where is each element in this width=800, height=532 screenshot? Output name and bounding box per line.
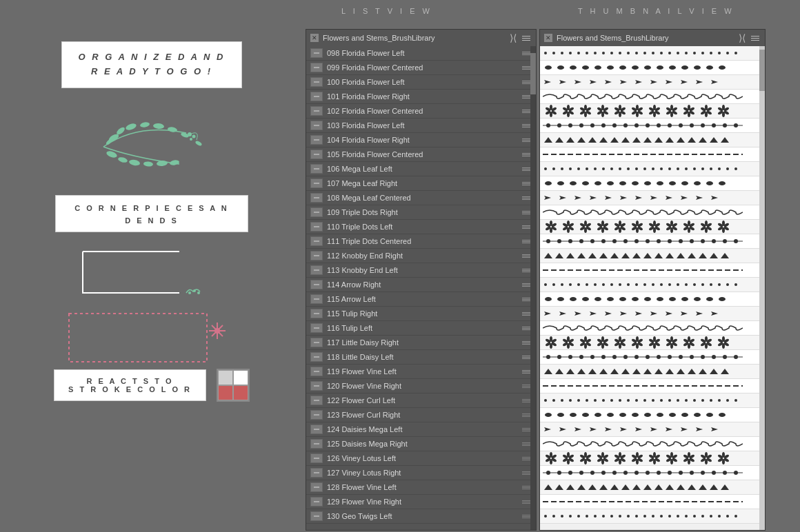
thumb-cell: [543, 220, 762, 234]
brush-list-item[interactable]: 099 Florida Flower Centered: [306, 61, 536, 75]
brush-list-item[interactable]: 128 Flower Vine Left: [306, 480, 536, 495]
svg-point-567: [634, 471, 639, 475]
thumb-row[interactable]: [540, 234, 765, 249]
brush-list-item[interactable]: 107 Mega Leaf Right: [306, 176, 536, 191]
brush-list-item[interactable]: 106 Mega Leaf Left: [306, 162, 536, 176]
svg-point-562: [579, 471, 583, 475]
thumb-row[interactable]: [540, 133, 765, 147]
thumb-row[interactable]: [540, 147, 765, 162]
list-panel-menu-button[interactable]: [521, 34, 532, 42]
brush-list-item[interactable]: 101 Florida Flower Right: [306, 90, 536, 104]
thumb-row[interactable]: [540, 61, 765, 75]
thumb-row[interactable]: [540, 75, 765, 90]
thumb-row[interactable]: [540, 466, 765, 480]
brush-list-item[interactable]: 108 Mega Leaf Centered: [306, 191, 536, 205]
thumb-row[interactable]: [540, 321, 765, 336]
brush-list-item[interactable]: 098 Florida Flower Left: [306, 46, 536, 61]
thumb-panel-expand-button[interactable]: ⟩⟨: [737, 32, 747, 43]
brush-list-item[interactable]: 125 Daisies Mega Right: [306, 437, 536, 451]
brush-list-item[interactable]: 116 Tulip Left: [306, 321, 536, 336]
thumb-row[interactable]: [540, 162, 765, 176]
list-scrollbar-thumb[interactable]: [530, 53, 536, 94]
brush-list-item[interactable]: 123 Flower Curl Right: [306, 408, 536, 422]
thumb-row[interactable]: [540, 263, 765, 278]
brush-list-item[interactable]: 103 Florida Flower Left: [306, 119, 536, 133]
brush-list-item[interactable]: 111 Triple Dots Centered: [306, 234, 536, 249]
thumb-cell: [543, 509, 762, 523]
thumb-panel-menu-button[interactable]: [750, 34, 761, 42]
thumb-row[interactable]: [540, 220, 765, 234]
brush-list-item[interactable]: 126 Viney Lotus Left: [306, 451, 536, 466]
svg-point-277: [568, 239, 572, 243]
thumb-row[interactable]: [540, 307, 765, 321]
brush-list-item[interactable]: 110 Triple Dots Left: [306, 220, 536, 234]
thumb-panel-close-button[interactable]: ✕: [544, 34, 552, 42]
svg-point-488: [681, 413, 688, 417]
thumb-cell: [543, 437, 762, 451]
brush-item-name: 103 Florida Flower Left: [327, 121, 522, 130]
svg-point-48: [718, 52, 721, 54]
brush-item-name: 115 Tulip Right: [327, 309, 522, 318]
thumb-row[interactable]: [540, 205, 765, 220]
thumb-row[interactable]: [540, 422, 765, 437]
thumb-row[interactable]: [540, 509, 765, 524]
brush-list-item[interactable]: 113 Knobby End Left: [306, 263, 536, 278]
color-swatch[interactable]: [217, 369, 250, 402]
brush-list-item[interactable]: 100 Florida Flower Left: [306, 75, 536, 90]
brush-list-item[interactable]: 105 Florida Flower Centered: [306, 147, 536, 162]
brush-list-item[interactable]: 109 Triple Dots Right: [306, 205, 536, 220]
brush-list-item[interactable]: 118 Little Daisy Left: [306, 350, 536, 365]
thumb-row[interactable]: [540, 365, 765, 379]
brush-list-item[interactable]: 104 Florida Flower Right: [306, 133, 536, 147]
svg-point-139: [612, 123, 617, 127]
brush-list-item[interactable]: 119 Flower Vine Left: [306, 365, 536, 379]
brush-item-name: 107 Mega Leaf Right: [327, 179, 522, 187]
svg-point-149: [723, 123, 727, 127]
brush-list-item[interactable]: 115 Tulip Right: [306, 307, 536, 321]
svg-rect-21: [69, 314, 207, 362]
thumb-row[interactable]: [540, 451, 765, 466]
thumb-row[interactable]: [540, 191, 765, 205]
thumb-row[interactable]: [540, 393, 765, 408]
svg-point-275: [546, 239, 550, 243]
thumb-row[interactable]: [540, 278, 765, 292]
thumb-row[interactable]: [540, 104, 765, 119]
thumb-row[interactable]: [540, 336, 765, 350]
brush-list-item[interactable]: 102 Florida Flower Centered: [306, 104, 536, 119]
list-scrollbar-track[interactable]: [530, 46, 536, 530]
svg-point-38: [635, 52, 638, 54]
brush-list-item[interactable]: 130 Geo Twigs Left: [306, 509, 536, 524]
list-panel-expand-button[interactable]: ⟩⟨: [508, 32, 518, 43]
thumb-row[interactable]: [540, 408, 765, 422]
svg-point-616: [718, 515, 721, 518]
brush-list-item[interactable]: 115 Arrow Left: [306, 292, 536, 307]
brush-list-item[interactable]: 117 Little Daisy Right: [306, 336, 536, 350]
thumb-row[interactable]: [540, 90, 765, 104]
thumb-scrollbar-track[interactable]: [759, 46, 765, 530]
brush-list-item[interactable]: 127 Viney Lotus Right: [306, 466, 536, 480]
brush-item-name: 117 Little Daisy Right: [327, 338, 522, 347]
svg-point-178: [619, 167, 621, 170]
thumb-row[interactable]: [540, 495, 765, 509]
thumb-row[interactable]: [540, 350, 765, 365]
brush-item-icon: [310, 121, 323, 130]
brush-list-item[interactable]: 120 Flower Vine Right: [306, 379, 536, 393]
thumb-row[interactable]: [540, 437, 765, 451]
thumb-row[interactable]: [540, 480, 765, 495]
thumb-row[interactable]: [540, 292, 765, 307]
svg-point-325: [660, 283, 663, 286]
brush-list-item[interactable]: 114 Arrow Right: [306, 278, 536, 292]
thumb-row[interactable]: [540, 379, 765, 393]
list-panel-close-button[interactable]: ✕: [310, 34, 319, 42]
brush-list-item[interactable]: 129 Flower Vine Right: [306, 495, 536, 509]
brush-list-item[interactable]: 112 Knobby End Right: [306, 249, 536, 263]
thumb-row[interactable]: [540, 46, 765, 61]
thumb-row[interactable]: [540, 249, 765, 263]
thumb-row[interactable]: [540, 119, 765, 133]
brush-list-item[interactable]: 122 Flower Curl Left: [306, 393, 536, 408]
thumb-row[interactable]: [540, 176, 765, 191]
svg-point-419: [568, 355, 572, 359]
brush-list-item[interactable]: 124 Daisies Mega Left: [306, 422, 536, 437]
thumbnail-view-label: T H U M B N A I L V I E W: [578, 7, 734, 15]
thumb-scrollbar-thumb[interactable]: [759, 50, 765, 91]
